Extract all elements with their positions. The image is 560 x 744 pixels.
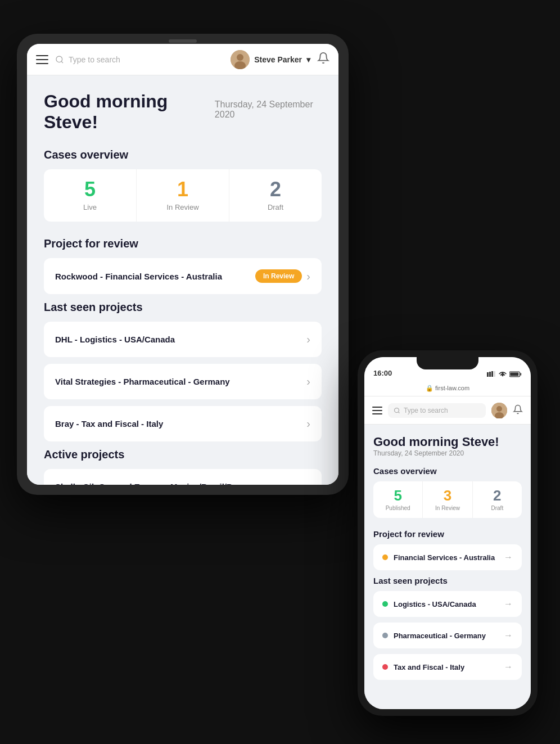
phone-content: Good morning Steve! Thursday, 24 Septemb… (364, 425, 531, 709)
svg-rect-11 (520, 373, 521, 375)
phone-last-left-1: Logistics - USA/Canada (382, 600, 476, 608)
phone-topbar: Type to search (364, 396, 531, 425)
svg-rect-6 (489, 372, 491, 377)
user-menu[interactable]: Steve Parker ▾ (231, 50, 310, 69)
phone-greeting-date: Thursday, 24 September 2020 (373, 449, 522, 457)
status-dot-green (382, 601, 388, 607)
phone-notch (417, 357, 478, 369)
arrow-right-icon: › (306, 480, 310, 485)
phone-review-title: Project for review (373, 529, 522, 539)
svg-rect-5 (487, 372, 489, 377)
tablet-screen: Type to search Steve Parker ▾ (27, 44, 338, 485)
svg-point-3 (237, 54, 243, 61)
phone-stat-published-num: 5 (377, 488, 419, 503)
phone-last-title-2: Pharmaceutical - Germany (394, 632, 486, 640)
review-section-title: Project for review (44, 237, 322, 250)
greeting-date: Thursday, 24 September 2020 (215, 100, 322, 120)
phone-bell-icon[interactable] (513, 404, 523, 417)
greeting-text: Good morning Steve! (44, 91, 206, 133)
cases-overview-card: 5 Live 1 In Review 2 Draft (44, 169, 322, 222)
tablet-camera (169, 39, 197, 43)
tablet-topbar: Type to search Steve Parker ▾ (27, 44, 338, 75)
phone-arrow-icon: → (504, 599, 513, 609)
phone-search-bar[interactable]: Type to search (388, 403, 486, 418)
phone-last-left-2: Pharmaceutical - Germany (382, 632, 486, 640)
phone-arrow-icon: → (504, 630, 513, 641)
user-name: Steve Parker (254, 55, 302, 64)
phone-cases-card: 5 Published 3 In Review 2 Draft (373, 481, 522, 518)
phone: 16:00 🔒 first-law.com (358, 350, 538, 716)
svg-rect-8 (494, 371, 495, 377)
active-section-title: Active projects (44, 448, 322, 461)
stat-draft-label: Draft (235, 203, 316, 211)
phone-last-seen-3[interactable]: Tax and Fiscal - Italy → (373, 654, 522, 680)
phone-avatar (491, 403, 507, 418)
svg-point-15 (496, 406, 502, 412)
svg-rect-10 (510, 372, 518, 376)
greeting-section: Good morning Steve! Thursday, 24 Septemb… (44, 91, 322, 133)
tablet-search-bar[interactable]: Type to search (55, 55, 224, 64)
search-placeholder: Type to search (69, 55, 120, 64)
phone-stat-draft: 2 Draft (473, 481, 522, 518)
review-project-card[interactable]: Rockwood - Financial Services - Australi… (44, 258, 322, 294)
svg-line-1 (61, 61, 63, 63)
review-project-title: Rockwood - Financial Services - Australi… (55, 272, 222, 281)
phone-stat-review-num: 3 (426, 488, 468, 503)
phone-last-title-1: Logistics - USA/Canada (394, 600, 476, 608)
phone-arrow-icon: → (504, 662, 513, 672)
phone-review-card-1[interactable]: Financial Services - Australia → (373, 544, 522, 570)
svg-point-0 (56, 56, 62, 62)
arrow-right-icon: › (306, 417, 310, 430)
last-seen-project-3[interactable]: Bray - Tax and Fiscal - Italy › (44, 406, 322, 441)
status-dot-red (382, 664, 388, 670)
last-seen-title-3: Bray - Tax and Fiscal - Italy (55, 419, 163, 429)
phone-stat-review: 3 In Review (423, 481, 472, 518)
phone-menu-icon[interactable] (372, 407, 382, 414)
tablet-content: Good morning Steve! Thursday, 24 Septemb… (27, 75, 338, 485)
phone-arrow-icon: → (504, 552, 513, 562)
last-seen-project-2[interactable]: Vital Strategies - Pharmaceutical - Germ… (44, 364, 322, 399)
scene: Type to search Steve Parker ▾ (0, 0, 560, 744)
phone-stat-published: 5 Published (373, 481, 423, 518)
status-icons (487, 371, 522, 377)
last-seen-project-1[interactable]: DHL - Logistics - USA/Canada › (44, 322, 322, 357)
stat-review-number: 1 (142, 179, 223, 200)
stat-live-number: 5 (49, 179, 130, 200)
phone-last-seen-title: Last seen projects (373, 576, 522, 585)
phone-greeting: Good morning Steve! Thursday, 24 Septemb… (373, 435, 522, 457)
status-dot-orange (382, 554, 388, 560)
active-project-1[interactable]: Shell - Oil, Gas and Energy - Mexico/Bra… (44, 469, 322, 485)
stat-draft-number: 2 (235, 179, 316, 200)
status-time: 16:00 (373, 369, 392, 377)
svg-line-13 (398, 412, 399, 413)
arrow-right-icon: › (306, 270, 310, 283)
in-review-badge: In Review (255, 269, 302, 283)
avatar (231, 50, 250, 69)
url-text: 🔒 first-law.com (426, 385, 469, 392)
last-seen-title-2: Vital Strategies - Pharmaceutical - Germ… (55, 377, 230, 386)
arrow-right-icon: › (306, 333, 310, 346)
status-dot-gray (382, 633, 388, 638)
phone-cases-title: Cases overview (373, 466, 522, 476)
phone-screen: 16:00 🔒 first-law.com (364, 357, 531, 709)
phone-stat-draft-num: 2 (476, 488, 518, 503)
phone-last-left-3: Tax and Fiscal - Italy (382, 663, 464, 671)
phone-stat-review-label: In Review (426, 505, 468, 511)
stat-live-label: Live (49, 203, 130, 211)
phone-stat-draft-label: Draft (476, 505, 518, 511)
tablet: Type to search Steve Parker ▾ (17, 34, 349, 495)
phone-last-seen-2[interactable]: Pharmaceutical - Germany → (373, 623, 522, 648)
last-seen-section-title: Last seen projects (44, 301, 322, 314)
cases-section-title: Cases overview (44, 148, 322, 161)
phone-url-bar: 🔒 first-law.com (364, 381, 531, 396)
phone-last-seen-1[interactable]: Logistics - USA/Canada → (373, 591, 522, 617)
phone-review-left: Financial Services - Australia (382, 553, 495, 562)
stat-in-review: 1 In Review (137, 169, 229, 222)
phone-last-title-3: Tax and Fiscal - Italy (394, 663, 464, 671)
svg-point-12 (395, 408, 399, 412)
menu-icon[interactable] (36, 55, 48, 64)
phone-review-project-title: Financial Services - Australia (394, 553, 495, 562)
stat-review-label: In Review (142, 203, 223, 211)
notification-bell-icon[interactable] (317, 52, 329, 67)
phone-stat-published-label: Published (377, 505, 419, 511)
